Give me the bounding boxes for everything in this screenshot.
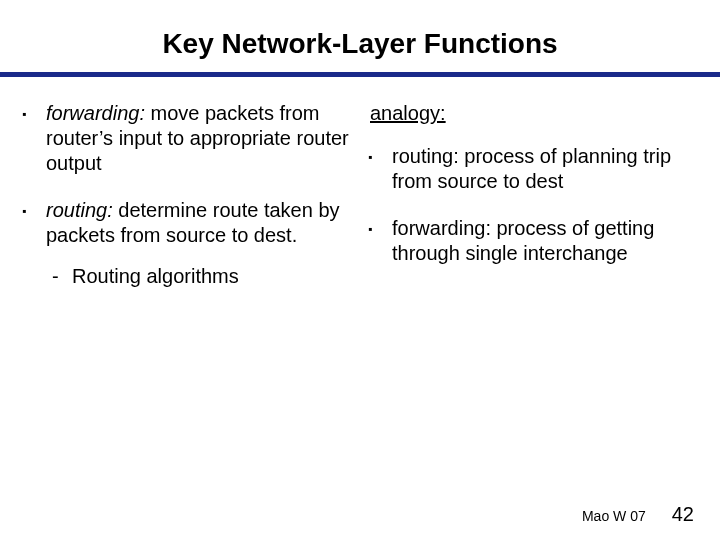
right-column: analogy: routing: process of planning tr…	[368, 101, 698, 311]
analogy-label: analogy:	[370, 101, 698, 126]
bullet-routing: routing: determine route taken by packet…	[22, 198, 352, 289]
right-bullets: routing: process of planning trip from s…	[368, 144, 698, 266]
term-forwarding: forwarding:	[46, 102, 145, 124]
footer-credit: Mao W 07	[582, 508, 646, 524]
slide: Key Network-Layer Functions forwarding: …	[0, 0, 720, 540]
left-sub-bullets: Routing algorithms	[46, 264, 352, 289]
sub-routing-algorithms: Routing algorithms	[52, 264, 352, 289]
analogy-forwarding: forwarding: process of getting through s…	[368, 216, 698, 266]
term-routing: routing:	[46, 199, 113, 221]
page-number: 42	[672, 503, 694, 526]
bullet-forwarding: forwarding: move packets from router’s i…	[22, 101, 352, 176]
slide-body: forwarding: move packets from router’s i…	[0, 77, 720, 311]
left-bullets: forwarding: move packets from router’s i…	[22, 101, 352, 289]
footer: Mao W 07 42	[582, 503, 694, 526]
page-title: Key Network-Layer Functions	[0, 0, 720, 72]
analogy-routing: routing: process of planning trip from s…	[368, 144, 698, 194]
left-column: forwarding: move packets from router’s i…	[22, 101, 352, 311]
